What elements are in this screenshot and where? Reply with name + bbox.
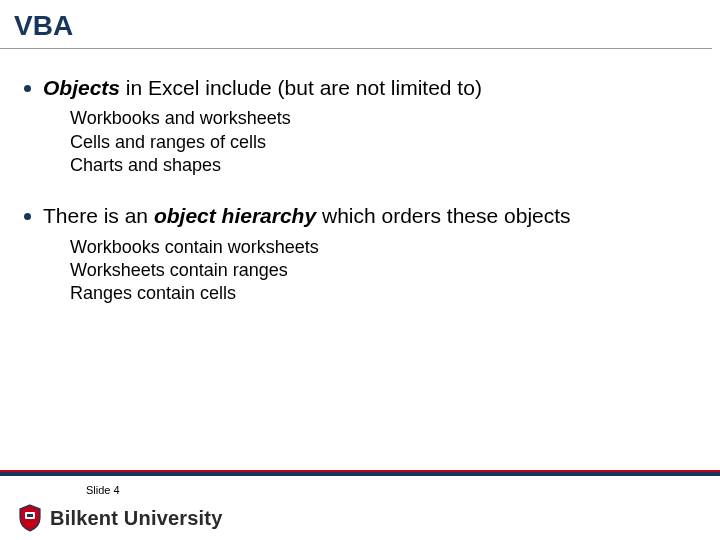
sub-item: Workbooks and worksheets <box>70 107 696 130</box>
slide: VBA Objects in Excel include (but are no… <box>0 0 720 540</box>
university-name: Bilkent University <box>50 507 223 530</box>
bullet-icon <box>24 85 31 92</box>
bullet-text: There is an object hierarchy which order… <box>43 203 571 229</box>
sub-list: Workbooks and worksheets Cells and range… <box>24 107 696 177</box>
sub-item: Workbooks contain worksheets <box>70 236 696 259</box>
slide-content: Objects in Excel include (but are not li… <box>0 49 720 306</box>
university-logo: Bilkent University <box>18 504 223 532</box>
bullet-item: Objects in Excel include (but are not li… <box>24 75 696 101</box>
sub-item: Ranges contain cells <box>70 282 696 305</box>
sub-item: Cells and ranges of cells <box>70 131 696 154</box>
bullet-icon <box>24 213 31 220</box>
footer-divider <box>0 470 720 476</box>
bullet-text: Objects in Excel include (but are not li… <box>43 75 482 101</box>
svg-rect-1 <box>27 514 33 517</box>
sub-list: Workbooks contain worksheets Worksheets … <box>24 236 696 306</box>
emphasis-text: object hierarchy <box>154 204 316 227</box>
bullet-rest: which orders these objects <box>316 204 570 227</box>
sub-item: Worksheets contain ranges <box>70 259 696 282</box>
bullet-rest: in Excel include (but are not limited to… <box>120 76 482 99</box>
sub-item: Charts and shapes <box>70 154 696 177</box>
slide-title: VBA <box>0 0 712 49</box>
shield-icon <box>18 504 42 532</box>
emphasis-text: Objects <box>43 76 120 99</box>
bullet-pre: There is an <box>43 204 154 227</box>
bullet-item: There is an object hierarchy which order… <box>24 203 696 229</box>
slide-number: Slide 4 <box>86 484 120 496</box>
